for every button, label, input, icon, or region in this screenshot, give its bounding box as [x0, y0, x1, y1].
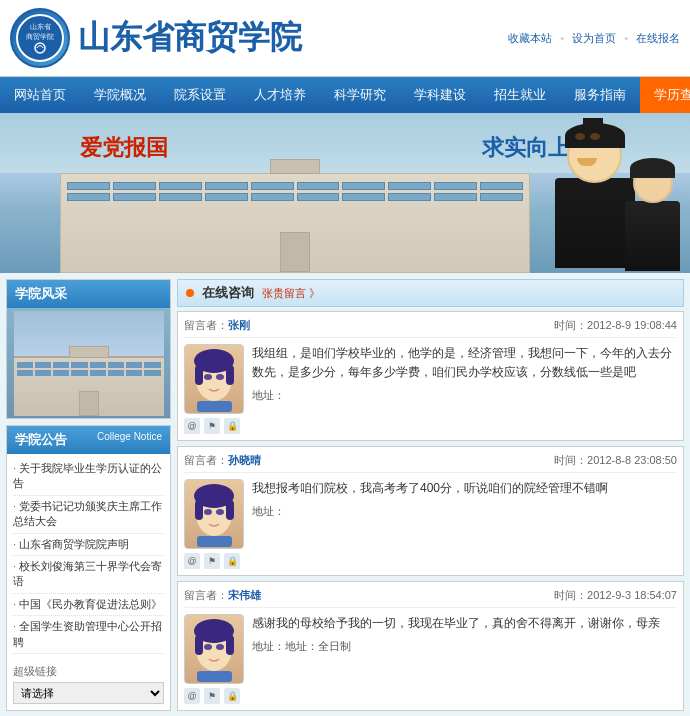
notice-item-2[interactable]: 山东省商贸学院院声明: [13, 534, 164, 556]
banner-text-left: 爱党报国: [80, 133, 168, 163]
notice-item-4[interactable]: 中国《民办教育促进法总则》: [13, 594, 164, 616]
graduates-illustration: [555, 123, 680, 273]
school-logo: 山东省 商贸学院: [10, 8, 70, 68]
comment-avatar-1: [184, 479, 244, 549]
comment-icon-flag-1[interactable]: ⚑: [204, 553, 220, 569]
comment-time-2: 时间：2012-9-3 18:54:07: [554, 588, 677, 603]
sidebar-select-label: 超级链接: [13, 664, 164, 679]
section-title: 在线咨询: [202, 284, 254, 302]
nav-degree[interactable]: 学历查询: [640, 77, 690, 113]
comment-author-label-0: 留言者：张刚: [184, 318, 250, 333]
main-content: 学院风采: [0, 273, 690, 716]
svg-rect-7: [226, 365, 234, 385]
comment-icon-lock-0[interactable]: 🔒: [224, 418, 240, 434]
comment-text-0: 我组组，是咱们学校毕业的，他学的是，经济管理，我想问一下，今年的入去分数先，是多…: [252, 344, 677, 382]
comment-author-label-1: 留言者：孙晓晴: [184, 453, 261, 468]
comment-time-1: 时间：2012-8-8 23:08:50: [554, 453, 677, 468]
orange-dot-icon: [186, 289, 194, 297]
comment-author-0: 张刚: [228, 319, 250, 331]
notice-title-bar: 学院公告 College Notice: [7, 426, 170, 454]
header-links-area: 收藏本站 • 设为首页 • 在线报名: [508, 31, 680, 46]
notice-section: 学院公告 College Notice 关于我院毕业生学历认证的公告 党委书记记…: [6, 425, 171, 711]
banner-background: 爱党报国 求实向上: [0, 113, 690, 273]
nav-talent[interactable]: 人才培养: [240, 77, 320, 113]
svg-rect-14: [226, 500, 234, 520]
comment-avatar-area-0: @ ⚑ 🔒: [184, 344, 244, 434]
comment-icon-at-0[interactable]: @: [184, 418, 200, 434]
comment-icon-at-1[interactable]: @: [184, 553, 200, 569]
section-link[interactable]: 张贵留言 》: [262, 286, 320, 301]
nav-service[interactable]: 服务指南: [560, 77, 640, 113]
school-scenery-image: [7, 308, 170, 418]
page-header: 山东省 商贸学院 山东省商贸学院 收藏本站 • 设为首页 • 在线报名: [0, 0, 690, 77]
comment-body-1: @ ⚑ 🔒 我想报考咱们院校，我高考考了400分，听说咱们的院经管理不错啊 地址…: [184, 479, 677, 569]
homepage-link[interactable]: 设为首页: [572, 31, 616, 46]
avatar-svg-0: [187, 347, 242, 412]
comment-body-0: @ ⚑ 🔒 我组组，是咱们学校毕业的，他学的是，经济管理，我想问一下，今年的入去…: [184, 344, 677, 434]
nav-departments[interactable]: 院系设置: [160, 77, 240, 113]
svg-rect-17: [197, 536, 232, 547]
comment-avatar-area-1: @ ⚑ 🔒: [184, 479, 244, 569]
comment-content-1: 我想报考咱们院校，我高考考了400分，听说咱们的院经管理不错啊 地址：: [252, 479, 677, 569]
notice-item-1[interactable]: 党委书记记功颁奖庆主席工作总结大会: [13, 496, 164, 534]
svg-point-16: [216, 509, 224, 515]
comment-addr-1: 地址：: [252, 504, 677, 519]
main-nav: 网站首页 学院概况 院系设置 人才培养 科学研究 学科建设 招生就业 服务指南 …: [0, 77, 690, 113]
school-scenery-title: 学院风采: [7, 280, 170, 308]
comment-icon-flag-0[interactable]: ⚑: [204, 418, 220, 434]
bookmark-link[interactable]: 收藏本站: [508, 31, 552, 46]
banner-area: 爱党报国 求实向上: [0, 113, 690, 273]
comment-addr-0: 地址：: [252, 388, 677, 403]
comment-icon-flag-2[interactable]: ⚑: [204, 688, 220, 704]
building-illustration: [60, 173, 530, 273]
comment-text-2: 感谢我的母校给予我的一切，我现在毕业了，真的舍不得离开，谢谢你，母亲: [252, 614, 677, 633]
svg-rect-21: [226, 635, 234, 655]
svg-text:商贸学院: 商贸学院: [26, 33, 54, 41]
school-scenery-section: 学院风采: [6, 279, 171, 419]
comment-item-0: 留言者：张刚 时间：2012-8-9 19:08:44: [177, 311, 684, 441]
svg-point-9: [216, 374, 224, 380]
sidebar: 学院风采: [6, 279, 171, 716]
comment-addr-value-2: 地址：全日制: [285, 640, 351, 652]
comment-icon-at-2[interactable]: @: [184, 688, 200, 704]
svg-rect-6: [195, 365, 203, 385]
comment-author-2: 宋伟雄: [228, 589, 261, 601]
nav-disciplines[interactable]: 学科建设: [400, 77, 480, 113]
comment-content-2: 感谢我的母校给予我的一切，我现在毕业了，真的舍不得离开，谢谢你，母亲 地址：地址…: [252, 614, 677, 704]
avatar-svg-2: [187, 617, 242, 682]
notice-title-en: College Notice: [97, 431, 162, 449]
nav-overview[interactable]: 学院概况: [80, 77, 160, 113]
svg-point-23: [216, 644, 224, 650]
sidebar-select-dropdown[interactable]: 请选择 相关链接1 相关链接2: [13, 682, 164, 704]
content-area: 在线咨询 张贵留言 》 留言者：张刚 时间：2012-8-9 19:08:44: [177, 279, 684, 716]
comment-avatar-0: [184, 344, 244, 414]
svg-rect-10: [197, 401, 232, 412]
comment-addr-2: 地址：地址：全日制: [252, 639, 677, 654]
comment-meta-0: 留言者：张刚 时间：2012-8-9 19:08:44: [184, 318, 677, 338]
comment-list: 留言者：张刚 时间：2012-8-9 19:08:44: [177, 311, 684, 711]
comment-time-0: 时间：2012-8-9 19:08:44: [554, 318, 677, 333]
sidebar-select-area: 超级链接 请选择 相关链接1 相关链接2: [13, 664, 164, 704]
avatar-svg-1: [187, 482, 242, 547]
svg-rect-24: [197, 671, 232, 682]
notice-item-0[interactable]: 关于我院毕业生学历认证的公告: [13, 458, 164, 496]
comment-icons-0: @ ⚑ 🔒: [184, 418, 244, 434]
notice-title-text: 学院公告: [15, 431, 67, 449]
apply-link[interactable]: 在线报名: [636, 31, 680, 46]
comment-icon-lock-2[interactable]: 🔒: [224, 688, 240, 704]
nav-research[interactable]: 科学研究: [320, 77, 400, 113]
notice-item-5[interactable]: 全国学生资助管理中心公开招聘: [13, 616, 164, 654]
comment-item-2: 留言者：宋伟雄 时间：2012-9-3 18:54:07: [177, 581, 684, 711]
comment-body-2: @ ⚑ 🔒 感谢我的母校给予我的一切，我现在毕业了，真的舍不得离开，谢谢你，母亲…: [184, 614, 677, 704]
comment-icons-1: @ ⚑ 🔒: [184, 553, 244, 569]
comment-author-1: 孙晓晴: [228, 454, 261, 466]
comment-text-1: 我想报考咱们院校，我高考考了400分，听说咱们的院经管理不错啊: [252, 479, 677, 498]
nav-home[interactable]: 网站首页: [0, 77, 80, 113]
school-name-text: 山东省商贸学院: [78, 16, 302, 60]
comment-author-label-2: 留言者：宋伟雄: [184, 588, 261, 603]
notice-item-3[interactable]: 校长刘俊海第三十界学代会寄语: [13, 556, 164, 594]
svg-text:山东省: 山东省: [30, 23, 51, 31]
comment-icon-lock-1[interactable]: 🔒: [224, 553, 240, 569]
comment-item-1: 留言者：孙晓晴 时间：2012-8-8 23:08:50: [177, 446, 684, 576]
nav-enrollment[interactable]: 招生就业: [480, 77, 560, 113]
